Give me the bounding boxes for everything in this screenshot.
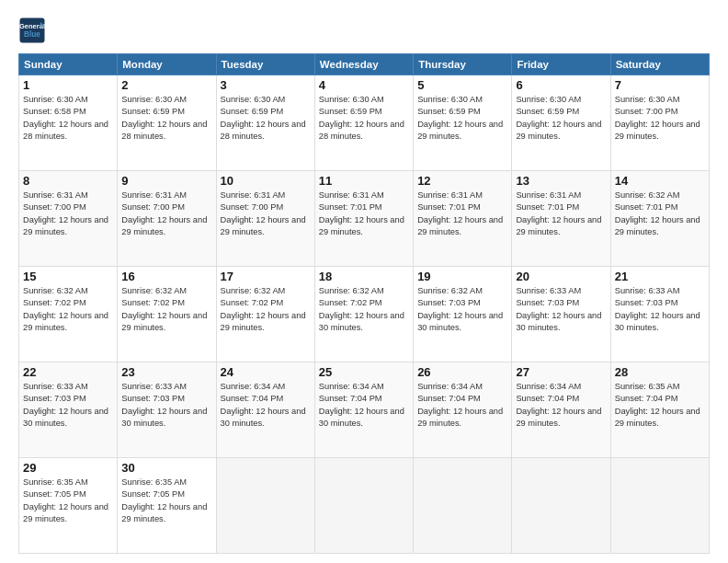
logo-icon: General Blue — [18, 17, 46, 44]
calendar-cell — [216, 458, 314, 554]
calendar-cell: 5 Sunrise: 6:30 AM Sunset: 6:59 PM Dayli… — [414, 75, 512, 171]
day-info: Sunrise: 6:32 AM Sunset: 7:02 PM Dayligh… — [319, 285, 409, 335]
day-number: 28 — [615, 365, 705, 379]
calendar-cell: 16 Sunrise: 6:32 AM Sunset: 7:02 PM Dayl… — [118, 267, 216, 362]
calendar-cell: 29 Sunrise: 6:35 AM Sunset: 7:05 PM Dayl… — [19, 458, 118, 554]
day-number: 26 — [417, 365, 507, 379]
day-info: Sunrise: 6:30 AM Sunset: 6:59 PM Dayligh… — [221, 94, 311, 144]
day-info: Sunrise: 6:34 AM Sunset: 7:04 PM Dayligh… — [221, 381, 311, 431]
day-info: Sunrise: 6:33 AM Sunset: 7:03 PM Dayligh… — [615, 285, 705, 335]
logo: General Blue — [18, 17, 46, 44]
header: General Blue — [18, 17, 710, 44]
day-number: 11 — [319, 174, 409, 188]
day-number: 30 — [121, 461, 211, 475]
day-info: Sunrise: 6:30 AM Sunset: 6:58 PM Dayligh… — [23, 94, 113, 144]
day-info: Sunrise: 6:34 AM Sunset: 7:04 PM Dayligh… — [516, 381, 606, 431]
day-info: Sunrise: 6:30 AM Sunset: 6:59 PM Dayligh… — [516, 94, 606, 144]
day-number: 13 — [516, 174, 606, 188]
day-info: Sunrise: 6:35 AM Sunset: 7:05 PM Dayligh… — [23, 477, 113, 526]
day-number: 14 — [615, 174, 705, 188]
day-info: Sunrise: 6:32 AM Sunset: 7:03 PM Dayligh… — [417, 285, 507, 335]
day-info: Sunrise: 6:32 AM Sunset: 7:02 PM Dayligh… — [23, 285, 113, 335]
day-number: 2 — [121, 78, 211, 92]
day-number: 15 — [23, 270, 113, 283]
day-number: 12 — [417, 174, 507, 188]
calendar-cell: 12 Sunrise: 6:31 AM Sunset: 7:01 PM Dayl… — [414, 171, 512, 267]
calendar-cell: 14 Sunrise: 6:32 AM Sunset: 7:01 PM Dayl… — [610, 171, 709, 267]
calendar-cell: 10 Sunrise: 6:31 AM Sunset: 7:00 PM Dayl… — [216, 171, 314, 267]
calendar-cell: 11 Sunrise: 6:31 AM Sunset: 7:01 PM Dayl… — [314, 171, 413, 267]
calendar-cell: 26 Sunrise: 6:34 AM Sunset: 7:04 PM Dayl… — [414, 362, 512, 458]
calendar-cell: 24 Sunrise: 6:34 AM Sunset: 7:04 PM Dayl… — [216, 362, 314, 458]
calendar-cell: 4 Sunrise: 6:30 AM Sunset: 6:59 PM Dayli… — [314, 75, 413, 171]
calendar-cell: 2 Sunrise: 6:30 AM Sunset: 6:59 PM Dayli… — [118, 75, 216, 171]
day-number: 6 — [516, 78, 606, 92]
day-info: Sunrise: 6:33 AM Sunset: 7:03 PM Dayligh… — [121, 381, 211, 431]
calendar-cell: 27 Sunrise: 6:34 AM Sunset: 7:04 PM Dayl… — [512, 362, 610, 458]
day-info: Sunrise: 6:30 AM Sunset: 6:59 PM Dayligh… — [319, 94, 409, 144]
day-info: Sunrise: 6:32 AM Sunset: 7:01 PM Dayligh… — [615, 190, 705, 239]
calendar-cell: 13 Sunrise: 6:31 AM Sunset: 7:01 PM Dayl… — [512, 171, 610, 267]
calendar-cell: 6 Sunrise: 6:30 AM Sunset: 6:59 PM Dayli… — [512, 75, 610, 171]
day-number: 17 — [221, 270, 311, 283]
day-number: 23 — [121, 365, 211, 379]
day-number: 20 — [516, 270, 606, 283]
calendar-table: SundayMondayTuesdayWednesdayThursdayFrid… — [18, 53, 710, 554]
day-number: 7 — [615, 78, 705, 92]
day-info: Sunrise: 6:34 AM Sunset: 7:04 PM Dayligh… — [417, 381, 507, 431]
day-info: Sunrise: 6:30 AM Sunset: 6:59 PM Dayligh… — [417, 94, 507, 144]
calendar-cell: 15 Sunrise: 6:32 AM Sunset: 7:02 PM Dayl… — [19, 267, 118, 362]
calendar-cell: 28 Sunrise: 6:35 AM Sunset: 7:04 PM Dayl… — [610, 362, 709, 458]
day-number: 5 — [417, 78, 507, 92]
calendar-week-1: 8 Sunrise: 6:31 AM Sunset: 7:00 PM Dayli… — [19, 171, 710, 267]
day-info: Sunrise: 6:31 AM Sunset: 7:00 PM Dayligh… — [23, 190, 113, 239]
calendar-cell: 25 Sunrise: 6:34 AM Sunset: 7:04 PM Dayl… — [314, 362, 413, 458]
calendar-cell: 17 Sunrise: 6:32 AM Sunset: 7:02 PM Dayl… — [216, 267, 314, 362]
day-number: 9 — [121, 174, 211, 188]
calendar-week-3: 22 Sunrise: 6:33 AM Sunset: 7:03 PM Dayl… — [19, 362, 710, 458]
day-info: Sunrise: 6:30 AM Sunset: 6:59 PM Dayligh… — [121, 94, 211, 144]
day-number: 3 — [221, 78, 311, 92]
day-header-tuesday: Tuesday — [216, 54, 314, 75]
calendar-cell: 22 Sunrise: 6:33 AM Sunset: 7:03 PM Dayl… — [19, 362, 118, 458]
day-number: 29 — [23, 461, 113, 475]
day-number: 22 — [23, 365, 113, 379]
calendar-cell: 21 Sunrise: 6:33 AM Sunset: 7:03 PM Dayl… — [610, 267, 709, 362]
day-header-sunday: Sunday — [19, 54, 118, 75]
day-number: 21 — [615, 270, 705, 283]
calendar-cell — [610, 458, 709, 554]
calendar-cell — [414, 458, 512, 554]
day-header-wednesday: Wednesday — [314, 54, 413, 75]
day-info: Sunrise: 6:31 AM Sunset: 7:01 PM Dayligh… — [417, 190, 507, 239]
page: General Blue SundayMondayTuesdayWednesda… — [0, 0, 728, 563]
day-number: 24 — [221, 365, 311, 379]
day-header-monday: Monday — [118, 54, 216, 75]
calendar-cell: 18 Sunrise: 6:32 AM Sunset: 7:02 PM Dayl… — [314, 267, 413, 362]
day-number: 10 — [221, 174, 311, 188]
day-info: Sunrise: 6:33 AM Sunset: 7:03 PM Dayligh… — [23, 381, 113, 431]
day-number: 27 — [516, 365, 606, 379]
calendar-header-row: SundayMondayTuesdayWednesdayThursdayFrid… — [19, 54, 710, 75]
day-info: Sunrise: 6:35 AM Sunset: 7:05 PM Dayligh… — [121, 477, 211, 526]
calendar-cell: 19 Sunrise: 6:32 AM Sunset: 7:03 PM Dayl… — [414, 267, 512, 362]
calendar-cell: 9 Sunrise: 6:31 AM Sunset: 7:00 PM Dayli… — [118, 171, 216, 267]
calendar-cell: 3 Sunrise: 6:30 AM Sunset: 6:59 PM Dayli… — [216, 75, 314, 171]
svg-text:Blue: Blue — [24, 30, 40, 39]
calendar-week-4: 29 Sunrise: 6:35 AM Sunset: 7:05 PM Dayl… — [19, 458, 710, 554]
day-number: 19 — [417, 270, 507, 283]
calendar-cell: 1 Sunrise: 6:30 AM Sunset: 6:58 PM Dayli… — [19, 75, 118, 171]
calendar-cell: 23 Sunrise: 6:33 AM Sunset: 7:03 PM Dayl… — [118, 362, 216, 458]
day-info: Sunrise: 6:31 AM Sunset: 7:01 PM Dayligh… — [516, 190, 606, 239]
day-number: 1 — [23, 78, 113, 92]
day-info: Sunrise: 6:31 AM Sunset: 7:01 PM Dayligh… — [319, 190, 409, 239]
day-info: Sunrise: 6:30 AM Sunset: 7:00 PM Dayligh… — [615, 94, 705, 144]
day-number: 18 — [319, 270, 409, 283]
day-header-friday: Friday — [512, 54, 610, 75]
calendar-week-2: 15 Sunrise: 6:32 AM Sunset: 7:02 PM Dayl… — [19, 267, 710, 362]
calendar-cell: 8 Sunrise: 6:31 AM Sunset: 7:00 PM Dayli… — [19, 171, 118, 267]
day-number: 16 — [121, 270, 211, 283]
day-info: Sunrise: 6:31 AM Sunset: 7:00 PM Dayligh… — [121, 190, 211, 239]
day-number: 25 — [319, 365, 409, 379]
day-info: Sunrise: 6:31 AM Sunset: 7:00 PM Dayligh… — [221, 190, 311, 239]
calendar-cell: 30 Sunrise: 6:35 AM Sunset: 7:05 PM Dayl… — [118, 458, 216, 554]
